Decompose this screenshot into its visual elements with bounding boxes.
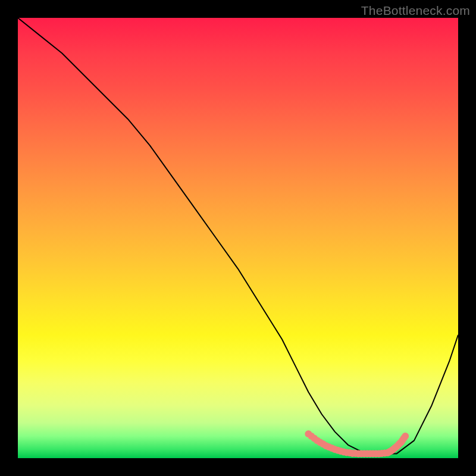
watermark-text: TheBottleneck.com [361, 4, 470, 18]
plot-area [18, 18, 458, 458]
chart-frame: TheBottleneck.com [0, 0, 476, 476]
curve-layer [18, 18, 458, 458]
svg-point-39 [402, 433, 409, 440]
optimal-range-highlight [305, 430, 409, 457]
bottleneck-curve [18, 18, 458, 454]
